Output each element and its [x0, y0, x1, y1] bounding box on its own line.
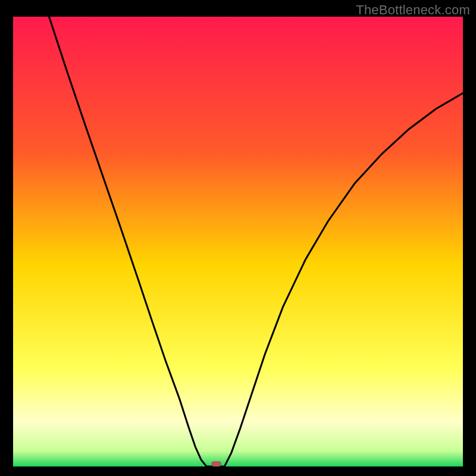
optimal-point-marker: [211, 461, 221, 466]
gradient-background: [13, 17, 463, 466]
chart-frame: TheBottleneck.com: [0, 0, 476, 476]
bottleneck-plot: [13, 17, 463, 466]
watermark-text: TheBottleneck.com: [356, 2, 470, 18]
